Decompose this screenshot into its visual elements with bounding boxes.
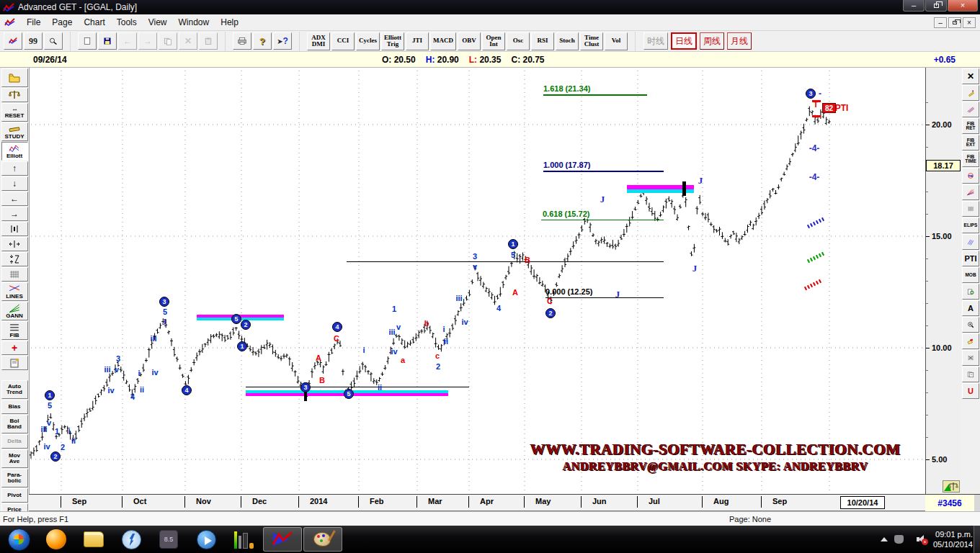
taskbar-icon-paint[interactable] xyxy=(303,527,342,552)
taskbar-icon-media-player[interactable] xyxy=(192,527,220,552)
mob-button[interactable]: MOB xyxy=(962,267,979,283)
compress-h-button[interactable] xyxy=(1,237,28,251)
properties-button[interactable] xyxy=(1,356,28,370)
fib-button[interactable]: FIB xyxy=(1,321,28,340)
grid-button[interactable] xyxy=(1,267,28,282)
period-button-月线[interactable]: 月线 xyxy=(727,32,752,50)
taskbar-icon-start[interactable] xyxy=(4,527,33,552)
zoom-in-button[interactable] xyxy=(962,317,979,333)
print-button[interactable] xyxy=(233,32,251,50)
help-button[interactable]: ? xyxy=(253,32,272,50)
mdi-minimize-button[interactable]: – xyxy=(934,17,947,28)
taskbar-icon-advanced-get[interactable] xyxy=(263,527,302,552)
show-hidden-icons-button[interactable] xyxy=(881,537,888,541)
study-button-vol[interactable]: Vol xyxy=(605,32,628,50)
fib-time-button[interactable]: FIBTIME xyxy=(962,151,979,167)
study-button-rsi[interactable]: RSI xyxy=(531,32,554,50)
pencil-tool-button[interactable] xyxy=(962,85,979,101)
inspect-button[interactable] xyxy=(962,284,979,300)
find-button[interactable] xyxy=(44,32,63,50)
parallel-tool-button[interactable] xyxy=(962,234,979,250)
crosshair-button[interactable]: + xyxy=(1,341,28,355)
close-button[interactable]: × xyxy=(948,0,978,12)
study-button-macd[interactable]: MACD xyxy=(430,32,456,50)
taskbar-icon-firefox[interactable] xyxy=(42,527,71,552)
chart-logo-button[interactable] xyxy=(4,32,22,50)
fib-circle-button[interactable]: FIB xyxy=(962,168,979,184)
menu-view[interactable]: View xyxy=(143,16,173,29)
gann-button[interactable]: GANN xyxy=(1,302,28,320)
scroll-up-button[interactable]: ↑ xyxy=(1,161,28,176)
menu-window[interactable]: Window xyxy=(173,16,215,29)
mdi-close-button[interactable]: × xyxy=(963,17,976,28)
quote-button[interactable]: 99 xyxy=(24,32,43,50)
price-plot[interactable] xyxy=(30,68,925,494)
mdi-restore-button[interactable] xyxy=(948,17,961,28)
taskbar-icon-volume-mixer[interactable] xyxy=(229,527,258,552)
compress-v-button[interactable] xyxy=(1,252,28,266)
open-chart-button[interactable] xyxy=(1,68,28,87)
study-button-osc[interactable]: Osc xyxy=(507,32,530,50)
text-tool-button[interactable]: A xyxy=(962,300,979,316)
study-button-obv[interactable]: OBV xyxy=(458,32,481,50)
side-study-auto-trend[interactable]: Auto Trend xyxy=(1,380,28,399)
eraser-button[interactable] xyxy=(962,333,979,349)
study-button-cycles[interactable]: Cycles xyxy=(356,32,380,50)
scroll-right-button[interactable]: → xyxy=(1,207,28,221)
minimize-button[interactable]: – xyxy=(903,0,925,12)
elliott-button[interactable]: Elliott xyxy=(1,142,28,161)
magnet-button[interactable]: U xyxy=(962,383,979,399)
scales-button[interactable] xyxy=(1,88,28,102)
reset-button[interactable]: ↔RESET xyxy=(1,103,28,122)
pti-button[interactable]: PTI xyxy=(962,251,979,266)
side-study-bias[interactable]: Bias xyxy=(1,400,28,414)
taskbar-icon-photoshop[interactable]: 8.5 xyxy=(154,527,183,552)
lines-button[interactable]: LINES xyxy=(1,282,28,301)
study-button-adx-dmi[interactable]: ADX DMI xyxy=(307,32,330,50)
security-tray-icon[interactable] xyxy=(894,535,904,544)
save-button[interactable] xyxy=(98,32,117,50)
period-button-周线[interactable]: 周线 xyxy=(700,32,724,50)
bar-spacing-button[interactable] xyxy=(1,222,28,236)
fib-retrace-button[interactable]: FIBRET xyxy=(962,118,979,134)
study-button-jti[interactable]: JTI xyxy=(406,32,429,50)
taskbar-icon-daemon-tools[interactable] xyxy=(117,527,146,552)
scroll-left-button[interactable]: ← xyxy=(1,192,28,206)
tray-clock[interactable]: 09:01 p.m. 05/10/2014 xyxy=(933,529,973,550)
study-button[interactable]: STUDY xyxy=(1,122,28,141)
volume-muted-icon[interactable]: × xyxy=(917,535,927,544)
menu-help[interactable]: Help xyxy=(215,16,244,29)
trendline-tool-button[interactable] xyxy=(962,102,979,117)
menu-page[interactable]: Page xyxy=(46,16,78,29)
study-button-time-clust[interactable]: Time Clust xyxy=(580,32,603,50)
new-button[interactable] xyxy=(78,32,97,50)
period-button-日线[interactable]: 日线 xyxy=(671,32,697,50)
menu-file[interactable]: File xyxy=(21,16,46,29)
ellipse-tool-button[interactable]: ELIPS xyxy=(962,217,979,233)
restore-button[interactable] xyxy=(925,0,947,12)
fan-tool-button[interactable] xyxy=(962,184,979,200)
side-study-bol-band[interactable]: Bol Band xyxy=(1,415,28,433)
study-button-stoch[interactable]: Stoch xyxy=(556,32,579,50)
grid-tool-button[interactable] xyxy=(962,201,979,217)
abc-label: A xyxy=(316,354,321,362)
scroll-down-button[interactable]: ↓ xyxy=(1,176,28,191)
delete-tool-button[interactable]: ✕ xyxy=(962,68,979,84)
menu-tools[interactable]: Tools xyxy=(111,16,143,29)
pages-button[interactable] xyxy=(962,367,979,382)
study-button-cci[interactable]: CCI xyxy=(331,32,355,50)
side-study-mov-ave[interactable]: Mov Ave xyxy=(1,449,28,468)
scales-icon xyxy=(943,480,960,493)
chart-area[interactable]: 1.618 (21.34)1.000 (17.87)0.618 (15.72)0… xyxy=(29,68,925,494)
side-study-para-bolic[interactable]: Para- bolic xyxy=(1,469,28,487)
show-desktop-button[interactable] xyxy=(974,526,980,553)
study-button-open-int[interactable]: Open Int xyxy=(482,32,505,50)
study-button-elliott-trig[interactable]: Elliott Trig xyxy=(381,32,404,50)
context-help-button[interactable]: ➤? xyxy=(273,32,292,50)
taskbar-icon-explorer[interactable] xyxy=(79,527,108,552)
side-study-price-clust[interactable]: Price Clust xyxy=(1,503,28,511)
side-study-pivot[interactable]: Pivot xyxy=(1,488,28,503)
clear-grid-button[interactable] xyxy=(962,350,979,366)
fib-extension-button[interactable]: FIBEXT xyxy=(962,135,979,150)
menu-chart[interactable]: Chart xyxy=(78,16,110,29)
